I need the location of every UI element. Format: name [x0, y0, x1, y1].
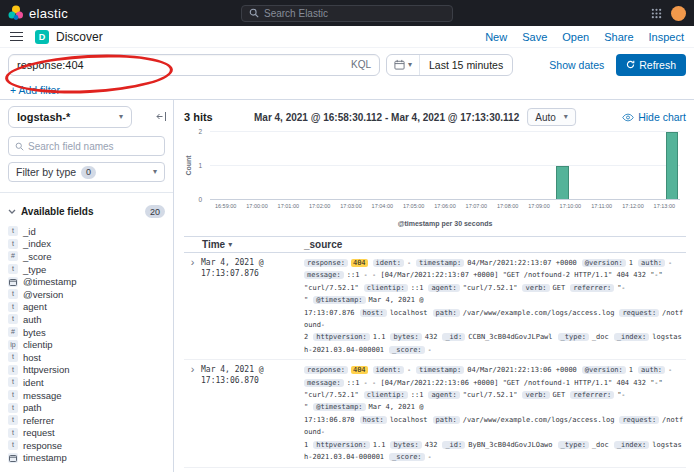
- source-field-badge: timestamp:: [416, 366, 464, 374]
- action-share[interactable]: Share: [604, 31, 633, 43]
- field-type-icon: t: [8, 352, 18, 362]
- query-language-button[interactable]: KQL: [351, 59, 371, 70]
- global-search-input[interactable]: Search Elastic: [241, 5, 453, 22]
- interval-select[interactable]: Auto ▾: [527, 108, 576, 126]
- elastic-logo[interactable]: elastic: [8, 5, 68, 21]
- source-field-badge: auth:: [638, 259, 665, 267]
- field-name: message: [23, 390, 62, 401]
- apps-grid-icon[interactable]: [651, 8, 662, 19]
- column-header-source: _source: [304, 239, 342, 250]
- source-field-badge: request:: [619, 309, 659, 317]
- action-save[interactable]: Save: [522, 31, 547, 43]
- field-item-referrer[interactable]: treferrer: [8, 414, 165, 427]
- x-axis-tick: 17:11:00: [591, 203, 612, 209]
- y-axis-tick: 0: [198, 197, 202, 203]
- field-item-score[interactable]: #_score: [8, 250, 165, 263]
- highlighted-term: 404: [351, 366, 368, 374]
- action-open[interactable]: Open: [562, 31, 589, 43]
- field-search-input[interactable]: Search field names: [8, 136, 165, 156]
- field-item-timestamp[interactable]: timestamp: [8, 452, 165, 465]
- x-axis-tick: 17:01:00: [278, 203, 299, 209]
- x-axis-tick: 17:09:00: [528, 203, 549, 209]
- field-item-ident[interactable]: tident: [8, 376, 165, 389]
- source-value: 432: [425, 441, 438, 449]
- source-field-badge: httpversion:: [313, 333, 370, 341]
- field-item-auth[interactable]: tauth: [8, 313, 165, 326]
- field-name: timestamp: [23, 452, 67, 463]
- field-item-agent[interactable]: tagent: [8, 301, 165, 314]
- field-name: _index: [23, 238, 51, 249]
- field-item-bytes[interactable]: #bytes: [8, 326, 165, 339]
- source-value: "curl/7.52.1": [463, 391, 518, 399]
- source-value: ::1: [411, 284, 424, 292]
- y-axis-tick: 1: [198, 163, 202, 169]
- hide-chart-link[interactable]: Hide chart: [622, 111, 686, 123]
- column-header-time[interactable]: Time ▾: [184, 239, 304, 250]
- x-axis-tick: 17:08:00: [497, 203, 518, 209]
- field-type-icon: t: [8, 403, 18, 413]
- field-item-id[interactable]: t_id: [8, 225, 165, 238]
- add-filter-link[interactable]: + Add filter: [10, 84, 60, 96]
- show-dates-link[interactable]: Show dates: [549, 59, 604, 71]
- source-value: 1: [629, 366, 633, 374]
- menu-icon[interactable]: [10, 32, 23, 42]
- collapse-sidebar-icon[interactable]: [156, 111, 167, 122]
- available-fields-label: Available fields: [21, 206, 93, 217]
- doc-source: response:404ident:-timestamp:04/Mar/2021…: [304, 257, 686, 356]
- field-name: host: [23, 352, 41, 363]
- field-item-message[interactable]: tmessage: [8, 389, 165, 402]
- action-inspect[interactable]: Inspect: [649, 31, 684, 43]
- chevron-down-icon: ▾: [119, 113, 123, 121]
- refresh-button[interactable]: Refresh: [616, 54, 686, 76]
- field-name: agent: [23, 301, 47, 312]
- histogram-chart[interactable]: Count 012 16:59:0017:00:0017:01:0017:02:…: [184, 130, 686, 232]
- query-input[interactable]: response:404 KQL: [8, 54, 380, 76]
- y-axis: 012: [188, 132, 206, 200]
- filter-by-type-select[interactable]: Filter by type 0 ▾: [8, 162, 165, 182]
- field-name: @version: [23, 289, 63, 300]
- field-list: t_idt_index#_scoret_type@timestampt@vers…: [8, 225, 165, 464]
- field-name: auth: [23, 314, 42, 325]
- nav-actions: NewSaveOpenShareInspect: [485, 31, 684, 43]
- y-axis-tick: 2: [198, 129, 202, 135]
- sort-desc-icon: ▾: [228, 240, 232, 249]
- source-field-badge: host:: [360, 309, 387, 317]
- filter-by-type-label: Filter by type: [16, 166, 76, 178]
- source-value: 1.1: [373, 441, 386, 449]
- source-value: GET: [553, 284, 566, 292]
- x-axis: 16:59:0017:00:0017:01:0017:02:0017:03:00…: [210, 203, 680, 212]
- field-item-host[interactable]: thost: [8, 351, 165, 364]
- field-type-icon: t: [8, 302, 18, 312]
- histogram-bar[interactable]: [556, 166, 569, 200]
- histogram-bar[interactable]: [666, 132, 679, 199]
- expand-row-icon[interactable]: ›: [184, 257, 201, 356]
- field-name: clientip: [23, 339, 53, 350]
- index-pattern-select[interactable]: logstash-* ▾: [8, 106, 132, 128]
- chevron-down-icon: ▾: [153, 168, 157, 176]
- field-search-placeholder: Search field names: [28, 141, 114, 152]
- field-name: _type: [23, 264, 46, 275]
- field-item-type[interactable]: t_type: [8, 263, 165, 276]
- doc-table-row: ›Mar 4, 2021 @ 17:13:07.876response:404i…: [184, 253, 686, 360]
- action-new[interactable]: New: [485, 31, 507, 43]
- field-item-timestamp[interactable]: @timestamp: [8, 275, 165, 288]
- field-type-icon: t: [8, 365, 18, 375]
- doc-table-header: Time ▾ _source: [184, 236, 686, 253]
- date-picker-calendar-button[interactable]: ▾: [387, 55, 420, 75]
- field-item-request[interactable]: trequest: [8, 427, 165, 440]
- expand-row-icon[interactable]: ›: [184, 364, 201, 463]
- field-item-httpversion[interactable]: thttpversion: [8, 364, 165, 377]
- time-range-button[interactable]: Last 15 minutes: [420, 59, 512, 71]
- available-fields-header[interactable]: Available fields 20: [8, 205, 165, 218]
- field-name: ident: [23, 377, 44, 388]
- field-item-response[interactable]: tresponse: [8, 439, 165, 452]
- chart-time-range: Mar 4, 2021 @ 16:58:30.112 - Mar 4, 2021…: [254, 112, 519, 123]
- user-avatar[interactable]: [671, 6, 686, 21]
- field-type-icon: [8, 277, 18, 287]
- field-item-path[interactable]: tpath: [8, 401, 165, 414]
- field-item-clientip[interactable]: ipclientip: [8, 338, 165, 351]
- field-type-icon: t: [8, 428, 18, 438]
- doc-time: Mar 4, 2021 @ 17:13:06.870: [201, 364, 304, 463]
- field-item-version[interactable]: t@version: [8, 288, 165, 301]
- field-item-index[interactable]: t_index: [8, 238, 165, 251]
